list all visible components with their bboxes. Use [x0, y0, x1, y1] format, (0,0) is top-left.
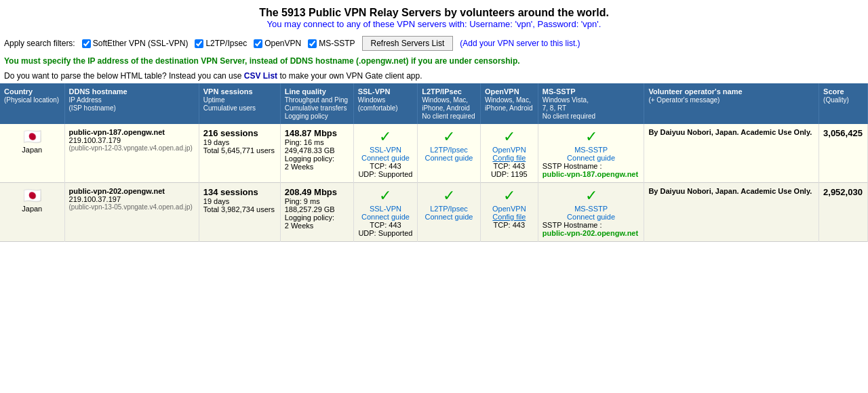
col-openvpn: OpenVPN Windows, Mac,iPhone, Android: [480, 83, 538, 124]
session-count: 216 sessions: [203, 128, 276, 138]
session-count: 134 sessions: [203, 187, 276, 197]
col-mssstp: MS-SSTP Windows Vista,7, 8, RTNo client …: [538, 83, 644, 124]
table-row: 🇯🇵Japanpublic-vpn-202.opengw.net219.100.…: [0, 183, 868, 242]
l2tp-check: ✓: [422, 128, 476, 146]
ddns-cell: public-vpn-202.opengw.net219.100.37.197(…: [64, 183, 199, 242]
quality-cell: 148.87 MbpsPing: 16 ms249,478.33 GBLoggi…: [280, 124, 353, 183]
filter-mssstp[interactable]: MS-SSTP: [308, 39, 355, 48]
sstp-hostname-label: SSTP Hostname :: [542, 221, 640, 229]
l2tp-cell: ✓L2TP/IpsecConnect guide: [418, 183, 481, 242]
operator-cell: By Daiyuu Nobori, Japan. Academic Use On…: [644, 183, 819, 242]
filter-openvpn[interactable]: OpenVPN: [254, 39, 301, 48]
page-subtitle: You may connect to any of these VPN serv…: [0, 19, 868, 29]
logging: Logging policy: 2 Weeks: [285, 154, 349, 171]
mssstp-checkbox[interactable]: [308, 39, 317, 48]
quality-cell: 208.49 MbpsPing: 9 ms188,257.29 GBLoggin…: [280, 183, 353, 242]
flag-icon: 🇯🇵: [4, 187, 60, 205]
throughput: 148.87 Mbps: [285, 128, 349, 138]
sstp-hostname-value: public-vpn-202.opengw.net: [542, 229, 640, 237]
sstp-hostname-value: public-vpn-187.opengw.net: [542, 170, 640, 178]
openvpn-label[interactable]: OpenVPN: [485, 146, 534, 154]
sessions-cell: 134 sessions19 daysTotal 3,982,734 users: [199, 183, 280, 242]
throughput: 208.49 Mbps: [285, 187, 349, 197]
ssl-vpn-label[interactable]: SSL-VPN: [358, 205, 413, 213]
ssl-vpn-label[interactable]: SSL-VPN: [358, 146, 413, 154]
openvpn-cell: ✓OpenVPNConfig fileTCP: 443: [480, 183, 538, 242]
country-name: Japan: [4, 205, 60, 213]
col-ddns: DDNS hostname IP Address(ISP hostname): [64, 83, 199, 124]
mssstp-cell: ✓MS-SSTPConnect guideSSTP Hostname :publ…: [538, 124, 644, 183]
hostname: public-vpn-187.opengw.net: [69, 128, 195, 136]
uptime: 19 days: [203, 197, 276, 205]
l2tp-check: ✓: [422, 187, 476, 205]
filter-softvpn[interactable]: SoftEther VPN (SSL-VPN): [82, 39, 189, 48]
openvpn-udp: UDP: 1195: [485, 170, 534, 178]
l2tp-cell: ✓L2TP/IpsecConnect guide: [418, 124, 481, 183]
l2tp-checkbox[interactable]: [195, 39, 203, 48]
ddns-cell: public-vpn-187.opengw.net219.100.37.179(…: [64, 124, 199, 183]
warning-bar: You must specify the IP address of the d…: [0, 54, 868, 68]
ssl-udp: UDP: Supported: [358, 229, 413, 237]
flag-icon: 🇯🇵: [4, 128, 60, 146]
table-header: Country (Physical location) DDNS hostnam…: [0, 83, 868, 124]
softvpn-label: SoftEther VPN (SSL-VPN): [93, 39, 189, 48]
col-sslvpn: SSL-VPN Windows(comfortable): [353, 83, 417, 124]
mssstp-label[interactable]: MS-SSTP: [542, 146, 640, 154]
col-sessions: VPN sessions UptimeCumulative users: [199, 83, 280, 124]
isp-hostname: (public-vpn-12-03.vpngate.v4.open.ad.jp): [69, 144, 195, 152]
filter-bar: Apply search filters: SoftEther VPN (SSL…: [0, 33, 868, 54]
operator-cell: By Daiyuu Nobori, Japan. Academic Use On…: [644, 124, 819, 183]
col-score: Score (Quality): [819, 83, 868, 124]
csv-bar: Do you want to parse the below HTML tabl…: [0, 68, 868, 83]
ip-address: 219.100.37.197: [69, 195, 195, 203]
table-row: 🇯🇵Japanpublic-vpn-187.opengw.net219.100.…: [0, 124, 868, 183]
ssl-udp: UDP: Supported: [358, 170, 413, 178]
uptime: 19 days: [203, 138, 276, 146]
mssstp-check: ✓: [542, 187, 640, 205]
sstp-hostname-label: SSTP Hostname :: [542, 162, 640, 170]
mssstp-label: MS-SSTP: [319, 39, 355, 48]
openvpn-checkbox[interactable]: [254, 39, 262, 48]
openvpn-cell: ✓OpenVPNConfig fileTCP: 443UDP: 1195: [480, 124, 538, 183]
openvpn-label: OpenVPN: [264, 39, 301, 48]
col-operator: Volunteer operator's name (+ Operator's …: [644, 83, 819, 124]
softvpn-checkbox[interactable]: [82, 39, 91, 48]
filter-label: Apply search filters:: [4, 39, 75, 48]
l2tp-connect[interactable]: Connect guide: [422, 154, 476, 162]
logging: Logging policy: 2 Weeks: [285, 213, 349, 230]
sessions-cell: 216 sessions19 daysTotal 5,645,771 users: [199, 124, 280, 183]
mssstp-check: ✓: [542, 128, 640, 146]
ssl-vpn-check: ✓: [358, 187, 413, 205]
l2tp-connect[interactable]: Connect guide: [422, 213, 476, 221]
openvpn-config[interactable]: Config file: [485, 154, 534, 162]
l2tp-label: L2TP/Ipsec: [205, 39, 247, 48]
refresh-button[interactable]: Refresh Servers List: [362, 36, 454, 51]
add-server-link[interactable]: (Add your VPN server to this list.): [460, 39, 580, 48]
openvpn-config[interactable]: Config file: [485, 213, 534, 221]
country-cell: 🇯🇵Japan: [0, 183, 64, 242]
l2tp-label[interactable]: L2TP/Ipsec: [422, 146, 476, 154]
filter-l2tp[interactable]: L2TP/Ipsec: [195, 39, 247, 48]
mssstp-connect[interactable]: Connect guide: [542, 154, 640, 162]
openvpn-label[interactable]: OpenVPN: [485, 205, 534, 213]
total-users: Total 3,982,734 users: [203, 205, 276, 213]
csv-list-link[interactable]: CSV List: [244, 71, 277, 81]
header: The 5913 Public VPN Relay Servers by vol…: [0, 0, 868, 83]
csv-text-after: to make your own VPN Gate client app.: [277, 71, 422, 81]
ip-address: 219.100.37.179: [69, 136, 195, 144]
csv-text-before: Do you want to parse the below HTML tabl…: [4, 71, 244, 81]
total-users: Total 5,645,771 users: [203, 146, 276, 154]
score-value: 3,056,425: [823, 128, 863, 138]
ssl-vpn-connect[interactable]: Connect guide: [358, 213, 413, 221]
ssl-tcp: TCP: 443: [358, 221, 413, 229]
operator-name: By Daiyuu Nobori, Japan. Academic Use On…: [648, 128, 814, 136]
mssstp-connect[interactable]: Connect guide: [542, 213, 640, 221]
ssl-vpn-connect[interactable]: Connect guide: [358, 154, 413, 162]
warning-text: You must specify the IP address of the d…: [4, 56, 520, 66]
l2tp-label[interactable]: L2TP/Ipsec: [422, 205, 476, 213]
mssstp-label[interactable]: MS-SSTP: [542, 205, 640, 213]
ping: Ping: 9 ms: [285, 197, 349, 205]
openvpn-check: ✓: [485, 187, 534, 205]
score-cell: 2,952,030: [819, 183, 868, 242]
openvpn-check: ✓: [485, 128, 534, 146]
